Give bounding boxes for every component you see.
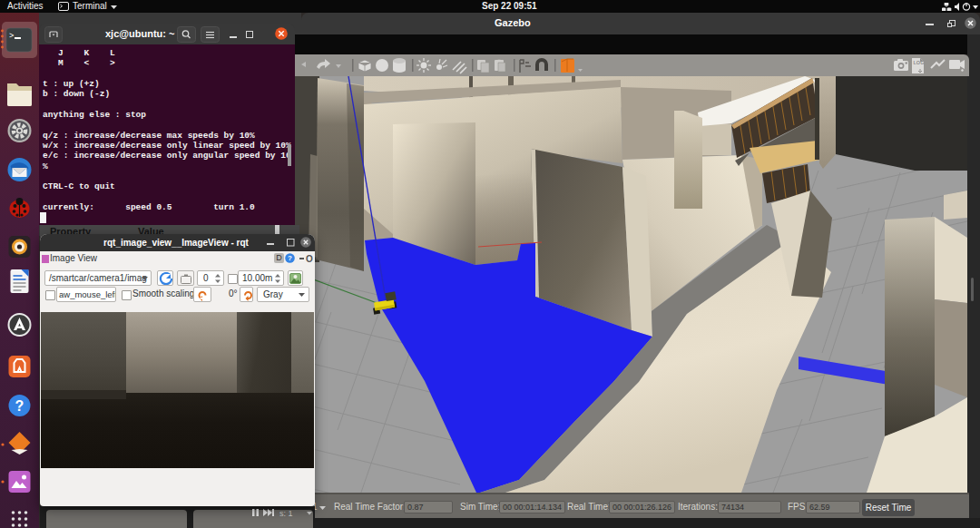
svg-text:>: > [9, 32, 14, 41]
svg-text:s: 1: s: 1 [279, 509, 293, 518]
svg-text:LOG: LOG [914, 60, 925, 65]
svg-text:?: ? [15, 398, 24, 414]
svg-text:?: ? [288, 254, 292, 262]
